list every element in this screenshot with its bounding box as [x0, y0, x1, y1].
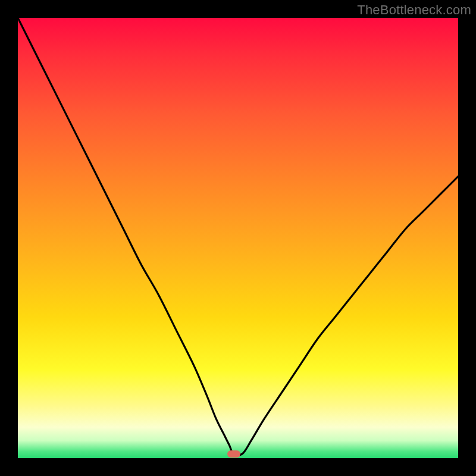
bottleneck-curve [18, 18, 458, 458]
optimal-point-marker [227, 450, 240, 458]
watermark-text: TheBottleneck.com [357, 2, 471, 18]
chart-frame: TheBottleneck.com [0, 0, 476, 476]
plot-area [18, 18, 458, 458]
